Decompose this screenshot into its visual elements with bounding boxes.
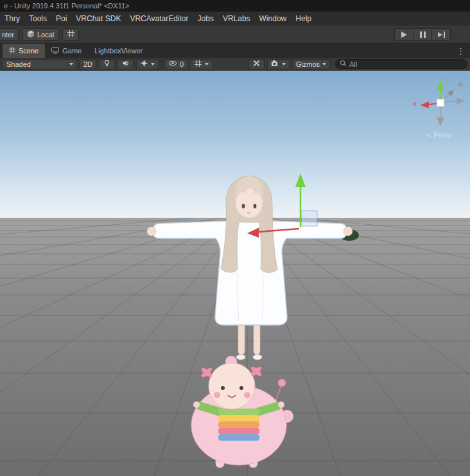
persp-text: Persp bbox=[433, 131, 452, 139]
scene-view-toolbar: Shaded 2D bbox=[0, 58, 470, 71]
menu-item-vrcavatareditor[interactable]: VRCAvatarEditor bbox=[125, 12, 193, 26]
pause-button[interactable] bbox=[413, 28, 432, 41]
pause-icon bbox=[420, 31, 426, 38]
lighting-toggle-button[interactable] bbox=[99, 59, 115, 69]
axis-grey-right-cone[interactable] bbox=[457, 98, 464, 105]
audio-toggle-button[interactable] bbox=[118, 59, 134, 69]
tab-lightboxviewer-label: LightboxViewer bbox=[94, 47, 143, 55]
axis-x-handle[interactable] bbox=[420, 101, 428, 109]
axis-grey-down-cone[interactable] bbox=[437, 118, 444, 126]
search-icon bbox=[340, 60, 347, 68]
camera-settings-dropdown[interactable] bbox=[267, 59, 290, 69]
avatar-girl-model[interactable] bbox=[147, 176, 359, 360]
tab-options-icon[interactable]: ⋮ bbox=[451, 44, 470, 58]
component-tools-toggle[interactable] bbox=[248, 59, 265, 69]
chevron-down-icon bbox=[205, 63, 209, 66]
main-toolbar: nter Local bbox=[0, 26, 470, 44]
draw-mode-label: Shaded bbox=[6, 60, 31, 68]
axis-y-cone[interactable] bbox=[295, 173, 306, 187]
gizmos-label: Gizmos bbox=[296, 60, 320, 68]
sweater-dress bbox=[153, 219, 347, 325]
toggle-2d-button[interactable]: 2D bbox=[80, 59, 96, 69]
lightbulb-icon bbox=[103, 59, 111, 69]
menu-bar: Thry Tools Poi VRChat SDK VRCAvatarEdito… bbox=[0, 12, 470, 26]
menu-item-help[interactable]: Help bbox=[291, 12, 316, 26]
toolbar-separator bbox=[161, 59, 162, 69]
tab-game-label: Game bbox=[62, 47, 82, 55]
menu-item-poi[interactable]: Poi bbox=[51, 12, 71, 26]
tab-lightboxviewer[interactable]: LightboxViewer bbox=[88, 44, 149, 58]
grid-icon bbox=[194, 59, 202, 69]
chevron-down-icon bbox=[69, 63, 73, 66]
tab-game[interactable]: Game bbox=[45, 44, 88, 58]
axis-y-handle[interactable] bbox=[437, 82, 444, 90]
scene-viewport[interactable]: y x < Persp bbox=[0, 71, 470, 476]
pivot-mode-button[interactable]: nter bbox=[0, 28, 19, 40]
search-filter-value: All bbox=[349, 60, 357, 68]
menu-item-thry[interactable]: Thry bbox=[0, 12, 24, 26]
toggle-2d-label: 2D bbox=[83, 60, 92, 68]
scene-grid-icon bbox=[9, 47, 15, 55]
menu-item-vrchat-sdk[interactable]: VRChat SDK bbox=[71, 12, 125, 26]
draw-mode-dropdown[interactable]: Shaded bbox=[3, 59, 77, 69]
playback-controls bbox=[394, 28, 451, 41]
chevron-down-icon bbox=[151, 63, 155, 66]
chevron-down-icon bbox=[322, 63, 326, 66]
tab-scene[interactable]: Scene bbox=[3, 44, 45, 58]
menu-item-vrlabs[interactable]: VRLabs bbox=[218, 12, 255, 26]
window-title-bar: e - Unity 2019.4.31f1 Personal* <DX11> bbox=[0, 0, 470, 12]
step-button[interactable] bbox=[431, 28, 451, 41]
tools-icon bbox=[252, 59, 261, 69]
speaker-icon bbox=[121, 59, 130, 69]
grid-visibility-dropdown[interactable] bbox=[190, 59, 213, 69]
axis-y-label: y bbox=[445, 76, 449, 84]
axis-x-label: x bbox=[413, 100, 417, 107]
axis-center-handle[interactable] bbox=[437, 99, 444, 106]
camera-icon bbox=[271, 60, 279, 69]
menu-item-jobs[interactable]: Jobs bbox=[193, 12, 218, 26]
snap-settings-button[interactable] bbox=[62, 28, 79, 40]
lock-icon[interactable] bbox=[457, 78, 464, 90]
sparkle-icon bbox=[140, 59, 148, 69]
scene-canvas[interactable] bbox=[0, 71, 470, 476]
hidden-object-count: 0 bbox=[180, 60, 184, 68]
rotation-mode-label: Local bbox=[37, 31, 54, 39]
rotation-mode-button[interactable]: Local bbox=[22, 28, 58, 40]
chevron-down-icon bbox=[282, 63, 286, 66]
scene-search-input[interactable]: All bbox=[335, 59, 467, 69]
menu-item-tools[interactable]: Tools bbox=[24, 12, 51, 26]
game-icon bbox=[51, 47, 59, 55]
view-tab-bar: Scene Game LightboxViewer ⋮ bbox=[0, 44, 470, 58]
menu-item-window[interactable]: Window bbox=[255, 12, 292, 26]
tab-scene-label: Scene bbox=[19, 47, 39, 55]
persp-chevron-icon: < bbox=[427, 131, 431, 139]
projection-mode-label[interactable]: < Persp bbox=[427, 131, 452, 139]
cube-icon bbox=[27, 30, 35, 39]
play-icon bbox=[401, 31, 407, 38]
snap-grid-icon bbox=[67, 30, 75, 39]
ear-bow-left bbox=[200, 367, 213, 379]
play-button[interactable] bbox=[394, 28, 413, 41]
pivot-mode-label: nter bbox=[2, 31, 14, 39]
effects-dropdown[interactable] bbox=[136, 59, 159, 69]
ear-bow-right bbox=[250, 366, 263, 378]
plane-handle[interactable] bbox=[302, 211, 317, 226]
scene-visibility-toggle[interactable]: 0 bbox=[164, 59, 187, 69]
gizmos-dropdown[interactable]: Gizmos bbox=[292, 59, 330, 69]
step-icon bbox=[438, 31, 445, 38]
eye-icon bbox=[168, 59, 177, 69]
avatar-alpaca-model[interactable] bbox=[191, 356, 293, 468]
window-title: e - Unity 2019.4.31f1 Personal* <DX11> bbox=[4, 2, 129, 10]
